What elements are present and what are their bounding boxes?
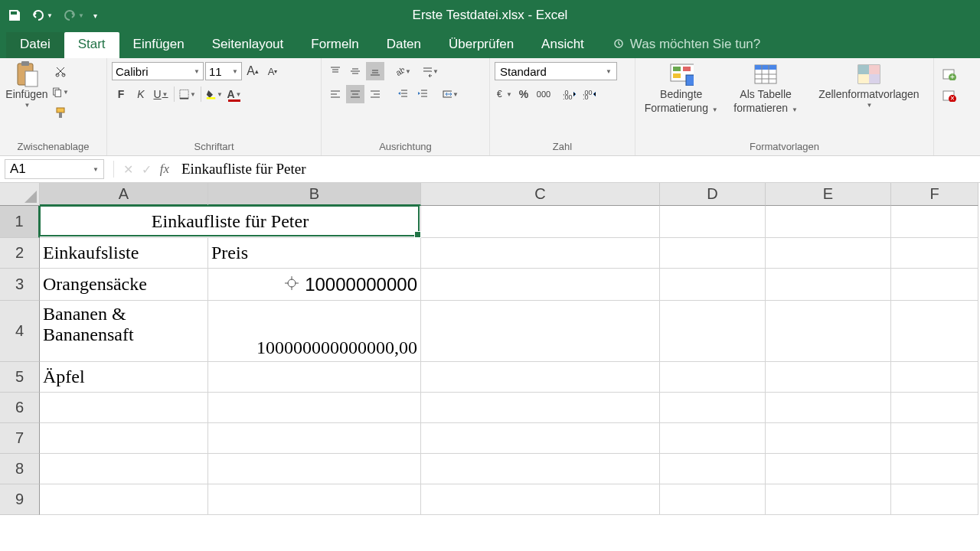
tab-review[interactable]: Überprüfen bbox=[435, 32, 528, 58]
decrease-indent-button[interactable] bbox=[394, 85, 412, 103]
merge-center-button[interactable]: ▼ bbox=[441, 85, 459, 103]
cell-d5[interactable] bbox=[660, 362, 766, 393]
orientation-button[interactable]: ab▼ bbox=[394, 62, 412, 80]
bold-button[interactable]: F bbox=[112, 85, 130, 103]
cell-a8[interactable] bbox=[40, 454, 208, 484]
cell-d2[interactable] bbox=[660, 238, 766, 269]
cell-d7[interactable] bbox=[660, 423, 766, 454]
cell-f7[interactable] bbox=[891, 423, 978, 454]
cell-b5[interactable] bbox=[208, 362, 421, 393]
paste-button[interactable]: Einfügen ▼ bbox=[5, 62, 49, 109]
cell-f3[interactable] bbox=[891, 269, 978, 301]
cell-c5[interactable] bbox=[421, 362, 660, 393]
cell-d3[interactable] bbox=[660, 269, 766, 301]
row-header-1[interactable]: 1 bbox=[0, 206, 40, 238]
borders-button[interactable]: ▼ bbox=[178, 85, 197, 103]
delete-cells-button[interactable]: × bbox=[939, 86, 960, 105]
cell-c6[interactable] bbox=[421, 393, 660, 423]
cell-f5[interactable] bbox=[891, 362, 978, 393]
cell-d4[interactable] bbox=[660, 301, 766, 362]
cell-b8[interactable] bbox=[208, 454, 421, 484]
font-size-combo[interactable]: 11▼ bbox=[205, 62, 242, 80]
cell-a4[interactable]: Bananen & Bananensaft bbox=[40, 301, 208, 362]
row-header-6[interactable]: 6 bbox=[0, 393, 40, 423]
cell-a3[interactable]: Orangensäcke bbox=[40, 269, 208, 301]
cell-e5[interactable] bbox=[766, 362, 891, 393]
align-right-button[interactable] bbox=[366, 85, 384, 103]
qat-customize[interactable]: ▾ bbox=[93, 11, 97, 20]
copy-button[interactable]: ▼ bbox=[51, 83, 70, 101]
cell-f2[interactable] bbox=[891, 238, 978, 269]
currency-button[interactable]: €▼ bbox=[495, 85, 513, 103]
increase-decimal-button[interactable]: ,0,00 bbox=[560, 85, 579, 103]
cell-f4[interactable] bbox=[891, 301, 978, 362]
align-middle-button[interactable] bbox=[346, 62, 364, 80]
save-icon[interactable] bbox=[8, 8, 21, 22]
align-left-button[interactable] bbox=[326, 85, 345, 103]
tab-page-layout[interactable]: Seitenlayout bbox=[198, 32, 298, 58]
cell-d8[interactable] bbox=[660, 454, 766, 484]
tab-start[interactable]: Start bbox=[64, 32, 119, 58]
underline-button[interactable]: U▼ bbox=[152, 85, 170, 103]
decrease-decimal-button[interactable]: ,00,0 bbox=[580, 85, 599, 103]
conditional-formatting-button[interactable]: Bedingte Formatierung ▼ bbox=[640, 62, 722, 114]
row-header-9[interactable]: 9 bbox=[0, 484, 40, 515]
cell-f9[interactable] bbox=[891, 484, 978, 515]
select-all-corner[interactable] bbox=[0, 183, 40, 206]
col-header-a[interactable]: A bbox=[40, 183, 208, 206]
col-header-f[interactable]: F bbox=[891, 183, 978, 206]
format-painter-button[interactable] bbox=[51, 103, 70, 122]
number-format-combo[interactable]: Standard▼ bbox=[495, 62, 617, 80]
col-header-d[interactable]: D bbox=[660, 183, 766, 206]
cell-c7[interactable] bbox=[421, 423, 660, 454]
comma-button[interactable]: 000 bbox=[534, 85, 553, 103]
cell-b7[interactable] bbox=[208, 423, 421, 454]
align-center-button[interactable] bbox=[346, 85, 364, 103]
italic-button[interactable]: K bbox=[132, 85, 150, 103]
cell-e8[interactable] bbox=[766, 454, 891, 484]
tell-me-search[interactable]: Was möchten Sie tun? bbox=[613, 37, 760, 58]
cell-e9[interactable] bbox=[766, 484, 891, 515]
cell-c1[interactable] bbox=[421, 206, 660, 238]
cell-c8[interactable] bbox=[421, 454, 660, 484]
row-header-3[interactable]: 3 bbox=[0, 269, 40, 301]
tab-file[interactable]: Datei bbox=[6, 32, 64, 58]
tab-view[interactable]: Ansicht bbox=[528, 32, 598, 58]
formula-input[interactable] bbox=[174, 159, 980, 179]
col-header-c[interactable]: C bbox=[421, 183, 660, 206]
align-bottom-button[interactable] bbox=[366, 62, 384, 80]
fill-color-button[interactable]: ▼ bbox=[205, 85, 224, 103]
cell-f8[interactable] bbox=[891, 454, 978, 484]
row-header-7[interactable]: 7 bbox=[0, 423, 40, 454]
cell-e6[interactable] bbox=[766, 393, 891, 423]
cell-b2[interactable]: Preis bbox=[208, 238, 421, 269]
cell-a9[interactable] bbox=[40, 484, 208, 515]
cell-f6[interactable] bbox=[891, 393, 978, 423]
cell-styles-button[interactable]: Zellenformatvorlagen ▼ bbox=[809, 62, 929, 109]
cell-e2[interactable] bbox=[766, 238, 891, 269]
cell-c2[interactable] bbox=[421, 238, 660, 269]
shrink-font-button[interactable]: A▾ bbox=[263, 62, 282, 80]
cell-a1[interactable]: Einkaufliste für Peter bbox=[40, 206, 421, 238]
cut-button[interactable] bbox=[51, 62, 70, 80]
cell-e7[interactable] bbox=[766, 423, 891, 454]
insert-cells-button[interactable]: + bbox=[939, 65, 960, 83]
row-header-8[interactable]: 8 bbox=[0, 454, 40, 484]
align-top-button[interactable] bbox=[326, 62, 345, 80]
font-color-button[interactable]: A▼ bbox=[225, 85, 243, 103]
fx-icon[interactable]: fx bbox=[155, 160, 174, 178]
cell-c3[interactable] bbox=[421, 269, 660, 301]
cell-e4[interactable] bbox=[766, 301, 891, 362]
cell-a5[interactable]: Äpfel bbox=[40, 362, 208, 393]
row-header-2[interactable]: 2 bbox=[0, 238, 40, 269]
col-header-e[interactable]: E bbox=[766, 183, 891, 206]
font-name-combo[interactable]: Calibri▼ bbox=[112, 62, 204, 80]
tab-data[interactable]: Daten bbox=[373, 32, 435, 58]
cell-e1[interactable] bbox=[766, 206, 891, 238]
name-box[interactable]: A1 ▼ bbox=[5, 159, 104, 179]
cell-d1[interactable] bbox=[660, 206, 766, 238]
cell-b3[interactable]: 10000000000 bbox=[208, 269, 421, 301]
row-header-5[interactable]: 5 bbox=[0, 362, 40, 393]
cell-b6[interactable] bbox=[208, 393, 421, 423]
col-header-b[interactable]: B bbox=[208, 183, 421, 206]
